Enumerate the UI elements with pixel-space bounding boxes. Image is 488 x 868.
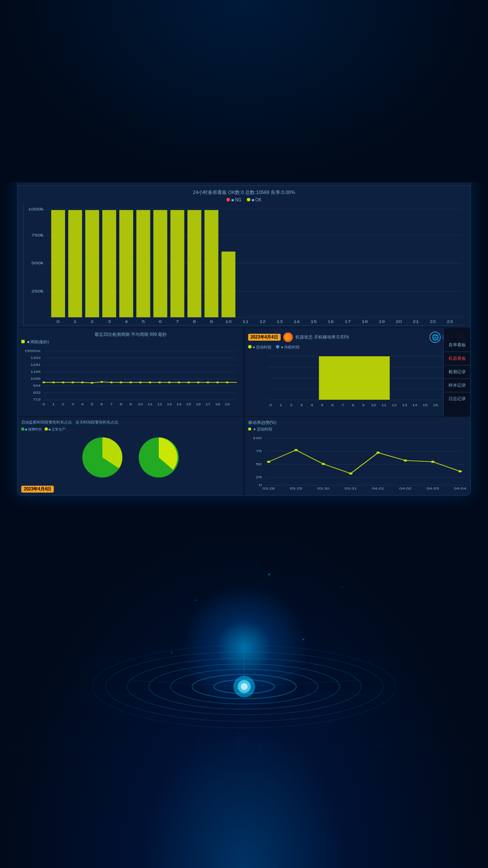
hologram-section [0, 496, 488, 756]
dashboard: 📊 2023年3月6日 白晚班 模腔 🌐 👤 🎨 24小时各班看板 OK数:0 … [17, 166, 471, 496]
machine-globe-icon[interactable]: 🌐 [429, 332, 441, 343]
svg-text:13: 13 [276, 319, 283, 324]
svg-point-74 [178, 381, 180, 383]
svg-point-70 [139, 381, 142, 383]
machine-legend: ● 启动时段 ● 待机时段 [248, 345, 467, 350]
svg-text:8: 8 [351, 403, 354, 407]
sidebar-menu: 良率看板 机器看板 检测记录 样本记录 日志记录 [443, 328, 470, 416]
sidebar-item-machine[interactable]: 机器看板 [444, 352, 470, 365]
svg-point-73 [168, 381, 170, 383]
svg-text:7: 7 [341, 403, 344, 407]
svg-text:2: 2 [62, 402, 65, 406]
svg-text:20: 20 [396, 319, 402, 324]
svg-point-140 [321, 463, 325, 465]
svg-rect-9 [51, 210, 65, 317]
svg-text:6: 6 [101, 402, 103, 406]
machine-icon: 🟠 [283, 332, 293, 342]
svg-text:04-02: 04-02 [399, 487, 411, 490]
svg-rect-16 [170, 210, 184, 317]
svg-text:13: 13 [167, 402, 172, 406]
svg-text:04-04: 04-04 [454, 487, 466, 490]
svg-text:5: 5 [321, 403, 323, 407]
svg-text:9: 9 [210, 319, 213, 324]
svg-text:03-30: 03-30 [317, 487, 329, 490]
svg-point-61 [52, 381, 55, 383]
svg-point-75 [187, 381, 190, 383]
svg-text:14: 14 [412, 403, 417, 407]
sidebar-item-yield[interactable]: 良率看板 [444, 339, 470, 352]
svg-point-78 [216, 381, 219, 383]
svg-rect-10 [68, 210, 82, 317]
particles [0, 496, 488, 756]
svg-text:03-29: 03-29 [290, 487, 302, 490]
trend-chart: 100 75 50 25 0 [248, 434, 467, 490]
svg-text:14: 14 [177, 402, 182, 406]
svg-rect-17 [187, 210, 201, 317]
svg-text:15: 15 [422, 403, 428, 407]
svg-point-66 [101, 381, 103, 383]
svg-text:17: 17 [206, 402, 211, 406]
svg-text:9: 9 [129, 402, 132, 406]
svg-text:0: 0 [56, 319, 59, 324]
pie-bottom-bar: 2023年4月4日 [21, 486, 240, 493]
svg-text:7: 7 [176, 319, 179, 324]
sidebar-item-sample[interactable]: 样本记录 [444, 379, 470, 392]
sidebar-item-detection[interactable]: 检测记录 [444, 365, 470, 379]
svg-text:19: 19 [225, 402, 230, 406]
svg-text:10: 10 [225, 319, 232, 324]
svg-text:4: 4 [81, 402, 84, 406]
svg-point-144 [431, 460, 434, 463]
pie-chart-1 [79, 434, 126, 483]
svg-text:50: 50 [255, 462, 262, 466]
svg-text:23: 23 [447, 319, 453, 324]
panels-row-2: 启动监察时间段警告时长占比 全天时间段警告时长占比 ■ 报警时长 ■ 正常生产 [18, 417, 470, 495]
svg-text:7: 7 [110, 402, 113, 406]
svg-text:1: 1 [279, 403, 282, 407]
svg-point-67 [110, 381, 113, 383]
main-bar-chart: 1000k 750k 500k 250k [23, 204, 465, 326]
svg-text:16: 16 [196, 402, 201, 406]
svg-text:719: 719 [33, 398, 40, 401]
svg-point-63 [72, 381, 74, 383]
svg-point-145 [458, 470, 462, 472]
svg-point-142 [376, 451, 380, 454]
svg-text:8: 8 [193, 319, 196, 324]
svg-point-68 [120, 381, 122, 383]
svg-point-79 [226, 381, 229, 383]
svg-point-62 [62, 381, 64, 383]
pie-chart-2 [135, 434, 183, 483]
sidebar-item-log[interactable]: 日志记录 [444, 392, 470, 405]
pie-title2: 全天时间段警告时长占比 [75, 420, 118, 425]
svg-point-76 [197, 381, 200, 383]
svg-text:2: 2 [290, 403, 292, 407]
machine-chart-title: 机器状态 开机稼动率:0.83% [295, 334, 427, 340]
svg-text:12: 12 [392, 403, 397, 407]
svg-text:6: 6 [331, 403, 334, 407]
avg-chart-title: 最近20次检测周期 平均周期 999 毫秒 [21, 332, 240, 338]
svg-text:16: 16 [433, 403, 438, 407]
main-chart-legend: ■ NG ■ OK [23, 197, 465, 202]
svg-rect-11 [85, 210, 99, 317]
svg-text:10: 10 [371, 403, 376, 407]
svg-text:0: 0 [269, 403, 272, 407]
svg-text:5: 5 [91, 402, 93, 406]
machine-date: 2023年4月4日 [248, 334, 281, 341]
svg-text:1056: 1056 [30, 377, 40, 380]
svg-text:03-28: 03-28 [262, 487, 275, 490]
svg-point-77 [206, 381, 209, 383]
svg-text:4: 4 [124, 319, 128, 324]
pie-title1: 启动监察时间段警告时长占比 [21, 420, 72, 425]
svg-text:17: 17 [344, 319, 351, 324]
machine-bar-chart: 0 1 2 3 4 5 6 7 8 9 10 11 12 13 [248, 352, 467, 413]
svg-text:22: 22 [430, 319, 436, 324]
svg-text:12: 12 [259, 319, 266, 324]
svg-text:4: 4 [311, 403, 313, 407]
svg-text:16: 16 [328, 319, 334, 324]
svg-text:75: 75 [255, 449, 262, 453]
trend-legend: ● 启动时段 [248, 427, 467, 432]
svg-point-139 [294, 449, 298, 451]
avg-chart-legend: ■ 周期(毫秒) [21, 339, 240, 345]
svg-text:2: 2 [91, 319, 94, 324]
svg-text:11: 11 [147, 402, 153, 406]
svg-text:12: 12 [157, 402, 162, 406]
